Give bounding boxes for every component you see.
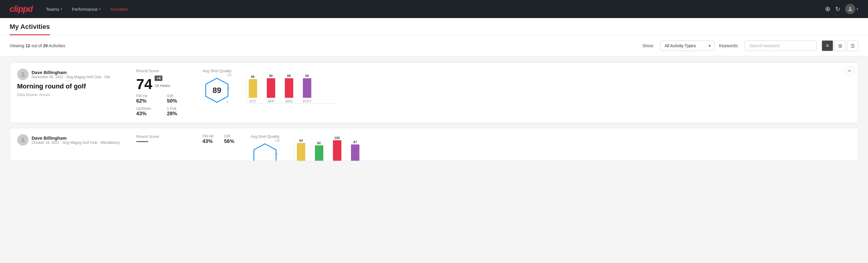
refresh-icon[interactable]: ↻: [835, 6, 840, 12]
card-stats-2: Round Score: [131, 134, 197, 142]
bar-value-app: 82: [317, 141, 320, 145]
user-name-2: Dave Billingham: [32, 136, 120, 141]
avatar-button[interactable]: ▾: [845, 4, 858, 14]
bar-value-ott: 94: [299, 139, 303, 142]
activity-title-1: Morning round of golf: [17, 83, 131, 90]
one-putt-value: 28%: [167, 111, 193, 117]
list1-icon: ≡: [826, 43, 829, 49]
bar-column-ott: [297, 143, 305, 161]
teams-chevron-icon: ▾: [60, 7, 62, 11]
fw-hit-cell-2: FW Hit 43%: [203, 134, 219, 144]
user-date-1: December 05, 2021 · Gog Magog Golf Club …: [32, 75, 110, 79]
one-putt-label: 1 Putt: [167, 107, 193, 111]
activity-card-2: Dave Billingham October 16, 2021 · Gog M…: [10, 128, 858, 161]
updown-label: Up/Down: [136, 107, 162, 111]
list2-icon: ☰: [850, 43, 855, 49]
edit-icon: ✏: [848, 68, 852, 74]
score-badge-1: +4: [155, 76, 162, 81]
round-score-label-2: Round Score: [136, 134, 193, 139]
round-score-label-1: Round Score: [136, 68, 193, 73]
gir-label: GIR: [167, 94, 193, 98]
search-input[interactable]: [745, 40, 817, 51]
nav-performance[interactable]: Performance ▾: [68, 4, 104, 14]
navbar: clippd Teams ▾ Performance ▾ Activities …: [0, 0, 868, 18]
nav-teams[interactable]: Teams ▾: [42, 4, 66, 14]
bar-value-putt: 87: [353, 140, 357, 144]
bar-column-putt: [351, 144, 360, 161]
fw-hit-label-2: FW Hit: [203, 134, 219, 139]
gir-value-2: 56%: [224, 139, 241, 144]
bar-group-putt: 89PUTT: [303, 74, 312, 103]
avatar-chevron-icon: ▾: [857, 7, 858, 11]
bar-column-arg: [333, 140, 341, 161]
bar-value-app: 90: [269, 74, 273, 78]
chart-outer-1: 100 50 0 85OTT90APP89ARG89PUTT: [237, 74, 337, 104]
bar-group-arg: 89ARG: [285, 74, 293, 103]
card-quality-1: Avg Shot Quality 89 100 50 0: [197, 68, 342, 104]
chart-outer-2: 100 50 0 94OTT82APP106ARG87PUTT: [284, 139, 385, 161]
page-title: My Activities: [10, 23, 50, 35]
bar-value-arg: 106: [334, 136, 340, 140]
activity-type-select[interactable]: All Activity Types: [660, 40, 714, 51]
gir-cell-2: GIR 56%: [224, 134, 241, 144]
svg-marker-4: [254, 144, 276, 161]
updown-value: 43%: [136, 111, 162, 117]
grid-icon: ⊞: [838, 43, 842, 49]
view-toggle: ≡ ⊞ ☰: [822, 40, 858, 51]
edit-button-1[interactable]: ✏: [845, 66, 855, 76]
bar-chart-1: 85OTT90APP89ARG89PUTT: [246, 74, 337, 104]
logo[interactable]: clippd: [10, 4, 32, 14]
view-grid-button[interactable]: ⊞: [834, 40, 846, 51]
add-icon[interactable]: ⊕: [825, 6, 830, 12]
activity-card-1: Dave Billingham December 05, 2021 · Gog …: [10, 62, 858, 123]
data-source-1: Data Source: Arccos: [17, 93, 131, 97]
bar-label-putt: PUTT: [303, 99, 312, 103]
bar-label-arg: ARG: [285, 99, 292, 103]
activity-type-select-wrapper: All Activity Types: [660, 40, 714, 51]
round-score-row-1: 74 +4 18 Holes: [136, 76, 193, 91]
score-holes-1: 18 Holes: [155, 83, 170, 88]
bar-column-arg: [285, 78, 293, 98]
filter-bar: Viewing 12 out of 29 Activities Show: Al…: [0, 35, 868, 56]
bar-column-app: [267, 78, 275, 98]
nav-links: Teams ▾ Performance ▾ Activities: [42, 4, 815, 14]
keywords-label: Keywords:: [719, 43, 739, 48]
bar-group-app: 90APP: [267, 74, 275, 103]
svg-point-0: [849, 7, 851, 9]
avatar-1: [17, 68, 29, 80]
chart-y-labels-2: 100 50 0: [275, 139, 280, 161]
avatar: [845, 4, 856, 14]
nav-right: ⊕ ↻ ▾: [825, 4, 858, 14]
bar-column-app: [315, 145, 323, 161]
view-list1-button[interactable]: ≡: [822, 40, 833, 51]
card-fw-2: FW Hit 43% GIR 56%: [197, 134, 246, 144]
stat-grid-1: FW Hit 62% GIR 50% Up/Down 43% 1 Putt 28…: [136, 94, 193, 117]
score-1: 74: [136, 77, 152, 91]
card-left-2: Dave Billingham October 16, 2021 · Gog M…: [17, 134, 131, 148]
fw-hit-label: FW Hit: [136, 94, 162, 98]
card-stats-1: Round Score 74 +4 18 Holes FW Hit 62% GI…: [131, 68, 197, 117]
bar-column-putt: [303, 78, 311, 98]
updown-cell: Up/Down 43%: [136, 107, 162, 117]
fw-hit-value-2: 43%: [203, 139, 219, 144]
quality-score-1: 89: [213, 86, 221, 95]
nav-activities[interactable]: Activities: [107, 4, 132, 14]
main-content: Dave Billingham December 05, 2021 · Gog …: [0, 56, 868, 172]
bar-value-arg: 89: [287, 74, 290, 78]
page-header: My Activities: [0, 18, 868, 35]
avatar-2: [17, 134, 29, 146]
card-left-1: Dave Billingham December 05, 2021 · Gog …: [17, 68, 131, 97]
performance-chevron-icon: ▾: [99, 7, 101, 11]
show-label: Show:: [643, 43, 654, 48]
view-list2-button[interactable]: ☰: [847, 40, 858, 51]
user-row-1: Dave Billingham December 05, 2021 · Gog …: [17, 68, 131, 80]
gir-value: 50%: [167, 98, 193, 104]
bar-value-putt: 89: [305, 74, 309, 78]
gir-cell: GIR 50%: [167, 94, 193, 104]
bar-chart-2: 94OTT82APP106ARG87PUTT: [294, 139, 385, 161]
bar-value-ott: 85: [251, 75, 254, 79]
chart-y-labels-1: 100 50 0: [227, 74, 232, 104]
svg-point-1: [22, 72, 24, 74]
fw-hit-value: 62%: [136, 98, 162, 104]
user-name-1: Dave Billingham: [32, 70, 110, 75]
